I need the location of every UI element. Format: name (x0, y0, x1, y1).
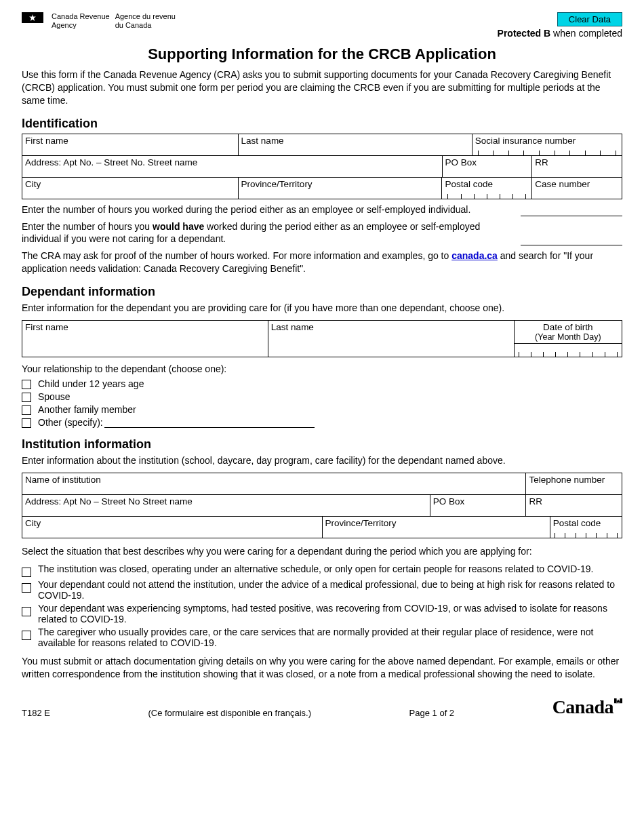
sit-opt2-label: Your dependant could not attend the inst… (38, 579, 622, 601)
sin-field[interactable]: Social insurance number (472, 134, 622, 155)
submit-note: You must submit or attach documentation … (22, 655, 622, 681)
rel-family-row: Another family member (22, 404, 622, 415)
sit-opt4-checkbox[interactable] (22, 631, 31, 640)
hours-worked-row: Enter the number of hours you worked dur… (22, 203, 622, 216)
postal-code-field[interactable]: Postal code (442, 177, 532, 199)
inst-postal-code-label: Postal code (553, 518, 601, 528)
form-number: T182 E (22, 708, 50, 718)
province-field[interactable]: Province/Territory (238, 177, 442, 199)
sit-opt1-row: The institution was closed, operating un… (22, 563, 622, 577)
postal-code-label: Postal code (445, 179, 493, 189)
canada-flag-icon (22, 12, 46, 23)
institution-heading: Institution information (22, 437, 622, 452)
rel-other-row: Other (specify): (22, 417, 622, 428)
page-title: Supporting Information for the CRCB Appl… (22, 45, 622, 63)
canada-wordmark: Canada (552, 696, 622, 718)
institution-city-table: City Province/Territory Postal code (22, 516, 622, 538)
page-number: Page 1 of 2 (409, 708, 455, 718)
canada-wordmark-flag-icon (614, 698, 622, 707)
dependant-heading: Dependant information (22, 285, 622, 299)
inst-name-field[interactable]: Name of institution (22, 473, 526, 494)
city-field[interactable]: City (22, 177, 239, 199)
dep-first-name-label: First name (25, 322, 68, 332)
hours-wouldhave-label: Enter the number of hours you would have… (22, 220, 507, 246)
institution-address-table: Address: Apt No – Street No Street name … (22, 494, 622, 517)
inst-rr-label: RR (529, 496, 542, 507)
rel-other-label: Other (specify): (38, 417, 103, 428)
inst-city-label: City (25, 518, 41, 528)
identification-city-table: City Province/Territory Postal code Case… (22, 177, 622, 199)
inst-province-field[interactable]: Province/Territory (322, 516, 550, 538)
case-number-field[interactable]: Case number (532, 177, 622, 199)
relationship-prompt: Your relationship to the dependant (choo… (22, 363, 622, 376)
inst-province-label: Province/Territory (325, 518, 397, 528)
situation-prompt: Select the situation that best describes… (22, 545, 622, 558)
last-name-field[interactable]: Last name (238, 134, 472, 155)
inst-rr-field[interactable]: RR (526, 494, 622, 516)
last-name-label: Last name (241, 136, 284, 146)
agency-name-fr: Agence du revenu du Canada (115, 12, 176, 30)
proof-pre: The CRA may ask for proof of the number … (22, 250, 451, 261)
identification-address-table: Address: Apt No. – Street No. Street nam… (22, 155, 622, 178)
header-row: Canada Revenue Agency Agence du revenu d… (22, 12, 622, 39)
sit-opt2-checkbox[interactable] (22, 583, 31, 593)
rel-child-label: Child under 12 years age (38, 378, 144, 389)
agency-en-line1: Canada Revenue (52, 12, 110, 21)
agency-fr-line2: du Canada (115, 21, 176, 30)
sit-opt3-checkbox[interactable] (22, 607, 31, 616)
dob-header: Date of birth (Year Month Day) (514, 321, 622, 344)
sit-opt2-row: Your dependant could not attend the inst… (22, 579, 622, 601)
french-note: (Ce formulaire est disponible en françai… (148, 708, 311, 718)
inst-telephone-label: Telephone number (529, 475, 605, 485)
hours-wouldhave-input[interactable] (521, 233, 622, 245)
identification-heading: Identification (22, 117, 622, 131)
inst-city-field[interactable]: City (22, 516, 323, 538)
sit-opt4-row: The caregiver who usually provides care,… (22, 627, 622, 648)
proof-paragraph: The CRA may ask for proof of the number … (22, 250, 622, 275)
rel-child-row: Child under 12 years age (22, 378, 622, 389)
intro-paragraph: Use this form if the Canada Revenue Agen… (22, 68, 622, 107)
dependant-table: First name Last name Date of birth (Year… (22, 320, 622, 357)
inst-address-label: Address: Apt No – Street No Street name (25, 496, 193, 507)
hours-worked-input[interactable] (521, 204, 622, 216)
sit-opt1-checkbox[interactable] (22, 568, 31, 577)
protected-suffix: when completed (550, 28, 622, 39)
dep-last-name-field[interactable]: Last name (268, 321, 514, 357)
rr-label: RR (535, 157, 548, 167)
dep-first-name-field[interactable]: First name (22, 321, 268, 357)
sit-opt1-label: The institution was closed, operating un… (38, 563, 593, 574)
hours-worked-label: Enter the number of hours you worked dur… (22, 203, 507, 216)
canada-link[interactable]: canada.ca (451, 250, 498, 261)
hours-wouldhave-row: Enter the number of hours you would have… (22, 220, 622, 246)
dob-field[interactable] (514, 344, 622, 357)
inst-postal-code-field[interactable]: Postal code (550, 516, 622, 538)
inst-address-field[interactable]: Address: Apt No – Street No Street name (22, 494, 430, 516)
institution-name-table: Name of institution Telephone number (22, 473, 622, 495)
pobox-field[interactable]: PO Box (442, 155, 532, 177)
dependant-intro: Enter information for the dependant you … (22, 302, 622, 315)
rel-family-checkbox[interactable] (22, 405, 31, 415)
sin-label: Social insurance number (475, 136, 576, 146)
sit-opt3-label: Your dependant was experiencing symptoms… (38, 603, 622, 624)
institution-intro: Enter information about the institution … (22, 454, 622, 467)
protected-b: Protected B (498, 28, 551, 39)
rel-spouse-checkbox[interactable] (22, 393, 31, 402)
rel-child-checkbox[interactable] (22, 380, 31, 389)
case-number-label: Case number (535, 179, 590, 189)
clear-data-button[interactable]: Clear Data (557, 12, 622, 26)
footer-row: T182 E (Ce formulaire est disponible en … (22, 696, 622, 718)
pobox-label: PO Box (445, 157, 477, 167)
province-label: Province/Territory (241, 179, 313, 189)
dep-last-name-label: Last name (271, 322, 314, 332)
sit-opt4-label: The caregiver who usually provides care,… (38, 627, 622, 648)
rr-field[interactable]: RR (532, 155, 622, 177)
q2-pre: Enter the number of hours you (22, 221, 153, 232)
rel-other-input[interactable] (104, 418, 315, 428)
inst-pobox-label: PO Box (433, 496, 465, 507)
address-field[interactable]: Address: Apt No. – Street No. Street nam… (22, 155, 443, 177)
inst-pobox-field[interactable]: PO Box (430, 494, 526, 516)
first-name-field[interactable]: First name (22, 134, 239, 155)
rel-spouse-label: Spouse (38, 391, 70, 402)
rel-other-checkbox[interactable] (22, 418, 31, 428)
inst-telephone-field[interactable]: Telephone number (526, 473, 622, 494)
